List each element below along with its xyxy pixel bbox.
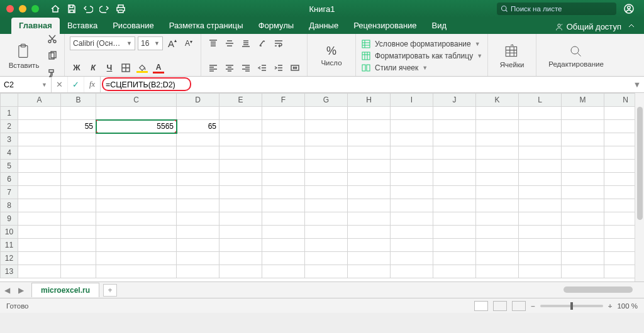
column-header[interactable]: C <box>96 94 177 107</box>
tab-insert[interactable]: Вставка <box>60 18 105 34</box>
select-all-corner[interactable] <box>1 94 18 107</box>
tab-review[interactable]: Рецензирование <box>346 18 424 34</box>
worksheet[interactable]: A B C D E F G H I J K L M N 1 255556565 … <box>0 93 644 281</box>
horizontal-scrollbar[interactable] <box>117 282 644 298</box>
user-icon[interactable] <box>624 4 634 14</box>
decrease-font-icon[interactable]: А▾ <box>182 36 196 50</box>
cells-button[interactable]: Ячейки <box>493 43 531 68</box>
page-layout-view-icon[interactable] <box>493 301 507 311</box>
minimize-button[interactable] <box>19 5 26 13</box>
tab-draw[interactable]: Рисование <box>105 18 161 34</box>
align-bottom-icon[interactable] <box>239 36 253 50</box>
zoom-level[interactable]: 100 % <box>617 302 638 310</box>
tab-data[interactable]: Данные <box>301 18 346 34</box>
row-header[interactable]: 11 <box>1 239 18 252</box>
column-header[interactable]: G <box>305 94 348 107</box>
tab-page-layout[interactable]: Разметка страницы <box>162 18 251 34</box>
print-icon[interactable] <box>116 4 126 14</box>
row-header[interactable]: 5 <box>1 160 18 173</box>
orientation-icon[interactable] <box>255 36 269 50</box>
row-header[interactable]: 9 <box>1 212 18 226</box>
cell[interactable]: 65 <box>177 120 219 133</box>
align-center-icon[interactable] <box>223 61 236 75</box>
cell-styles-button[interactable]: Стили ячеек▼ <box>361 63 482 73</box>
decrease-indent-icon[interactable] <box>255 61 269 75</box>
save-icon[interactable] <box>67 4 77 14</box>
font-color-icon[interactable]: А <box>152 61 165 75</box>
home-icon[interactable] <box>50 4 60 14</box>
svg-rect-14 <box>362 65 365 71</box>
font-size-select[interactable]: 16▼ <box>138 36 163 50</box>
font-name-select[interactable]: Calibri (Осн…▼ <box>70 36 135 50</box>
row-header[interactable]: 8 <box>1 199 18 212</box>
merge-icon[interactable] <box>288 61 302 75</box>
bold-button[interactable]: Ж <box>70 61 84 75</box>
format-as-table-button[interactable]: Форматировать как таблицу▼ <box>361 51 482 61</box>
row-header[interactable]: 2 <box>1 120 18 133</box>
expand-formula-bar-icon[interactable]: ▼ <box>630 80 644 89</box>
row-header[interactable]: 6 <box>1 173 18 186</box>
close-button[interactable] <box>6 5 14 13</box>
column-header[interactable]: J <box>433 94 476 107</box>
search-input[interactable]: Поиск на листе <box>497 3 616 15</box>
share-button[interactable]: Общий доступ <box>555 22 621 31</box>
row-header[interactable]: 3 <box>1 133 18 146</box>
row-header[interactable]: 4 <box>1 146 18 160</box>
maximize-button[interactable] <box>31 5 39 13</box>
undo-icon[interactable] <box>83 4 93 14</box>
collapse-ribbon-icon[interactable] <box>628 22 635 31</box>
tab-home[interactable]: Главная <box>11 18 60 34</box>
formula-input[interactable]: =СЦЕПИТЬ(B2;D2) <box>101 77 630 92</box>
column-header[interactable]: K <box>476 94 519 107</box>
underline-button[interactable]: Ч <box>103 61 116 75</box>
row-header[interactable]: 10 <box>1 226 18 239</box>
column-header[interactable]: H <box>348 94 391 107</box>
column-header[interactable]: A <box>18 94 61 107</box>
align-right-icon[interactable] <box>239 61 253 75</box>
row-header[interactable]: 12 <box>1 252 18 265</box>
italic-button[interactable]: К <box>86 61 100 75</box>
tab-formulas[interactable]: Формулы <box>251 18 302 34</box>
fill-color-icon[interactable] <box>135 61 149 75</box>
row-header[interactable]: 1 <box>1 107 18 120</box>
add-sheet-button[interactable]: + <box>103 284 117 297</box>
zoom-slider[interactable] <box>540 305 603 307</box>
prev-sheet-icon[interactable]: ◀ <box>0 286 14 295</box>
name-box[interactable]: C2▼ <box>0 77 52 92</box>
cell[interactable]: 55 <box>61 120 96 133</box>
tab-view[interactable]: Вид <box>425 18 455 34</box>
redo-icon[interactable] <box>99 4 109 14</box>
sheet-tab[interactable]: microexcel.ru <box>31 283 99 297</box>
row-header[interactable]: 7 <box>1 186 18 199</box>
normal-view-icon[interactable] <box>474 301 488 311</box>
column-header[interactable]: L <box>519 94 562 107</box>
page-break-view-icon[interactable] <box>512 301 526 311</box>
align-middle-icon[interactable] <box>223 36 236 50</box>
active-cell[interactable]: 5565 <box>96 120 177 133</box>
wrap-text-icon[interactable] <box>272 36 286 50</box>
column-header[interactable]: D <box>177 94 219 107</box>
borders-icon[interactable] <box>119 61 133 75</box>
number-format-button[interactable]: % Число <box>313 45 350 67</box>
accept-edit-button[interactable]: ✓ <box>68 77 84 92</box>
align-left-icon[interactable] <box>206 61 220 75</box>
column-header[interactable]: B <box>61 94 96 107</box>
column-header[interactable]: M <box>562 94 604 107</box>
column-header[interactable]: E <box>219 94 262 107</box>
row-header[interactable]: 13 <box>1 265 18 278</box>
cancel-edit-button[interactable]: ✕ <box>52 77 68 92</box>
copy-icon[interactable] <box>45 49 59 63</box>
align-top-icon[interactable] <box>206 36 220 50</box>
conditional-formatting-button[interactable]: Условное форматирование▼ <box>361 39 482 49</box>
vertical-scrollbar[interactable] <box>635 93 644 281</box>
next-sheet-icon[interactable]: ▶ <box>14 286 28 295</box>
paste-button[interactable]: Вставить <box>5 43 43 69</box>
zoom-out-button[interactable]: – <box>531 302 535 310</box>
zoom-in-button[interactable]: + <box>608 302 613 310</box>
editing-button[interactable]: Редактирование <box>541 44 611 68</box>
column-header[interactable]: F <box>262 94 305 107</box>
increase-indent-icon[interactable] <box>272 61 286 75</box>
insert-function-button[interactable]: fx <box>84 77 101 92</box>
increase-font-icon[interactable]: А▴ <box>165 36 179 50</box>
column-header[interactable]: I <box>391 94 433 107</box>
